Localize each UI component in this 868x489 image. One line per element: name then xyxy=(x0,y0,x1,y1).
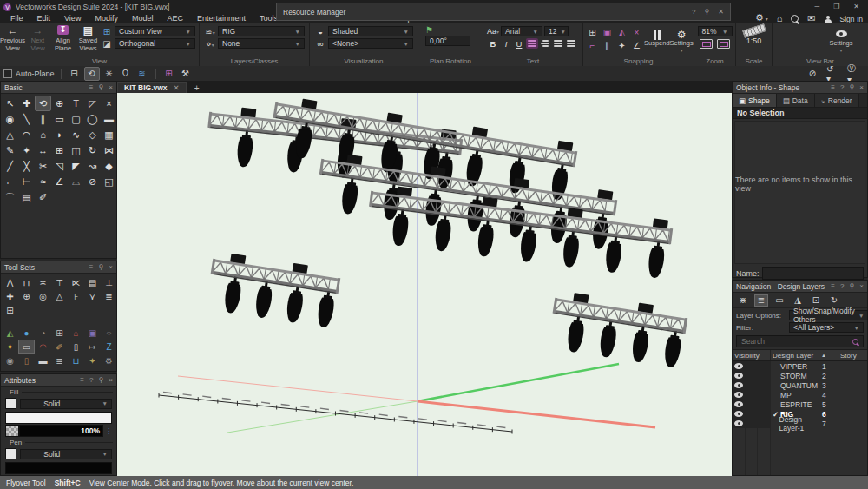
flyover-tool[interactable]: ⟲ xyxy=(35,96,51,111)
layer-options-select[interactable]: Show/Snap/Modify Others▼ xyxy=(789,310,868,320)
gear-icon[interactable]: ⚙ ▾ xyxy=(755,13,768,24)
palette-pin-icon[interactable]: ⚲ xyxy=(849,282,854,290)
freehand-tool[interactable]: ∿ xyxy=(68,127,84,142)
dimension-tool[interactable]: ⊢ xyxy=(18,174,35,189)
render-glasses-icon[interactable]: ∞ xyxy=(314,39,326,49)
lasso-tool[interactable]: ◠ xyxy=(18,127,35,142)
selection-tool[interactable]: ↖ xyxy=(2,96,18,111)
saved-views-button[interactable]: ▤Saved Views xyxy=(76,23,101,52)
grid-options-icon[interactable]: ⊞ xyxy=(162,68,176,80)
user-icon[interactable] xyxy=(825,16,832,23)
point-tool[interactable]: ⊕ xyxy=(18,289,35,303)
document-tab[interactable]: KIT BIG.vwx ✕ xyxy=(117,82,187,93)
palette-close-icon[interactable]: × xyxy=(859,83,864,91)
layer-visibility-cell[interactable] xyxy=(733,400,771,409)
object-snap-icon[interactable]: ▣ xyxy=(600,26,615,39)
mirror-tool[interactable]: ⋈ xyxy=(101,142,117,158)
layer-filter-select[interactable]: <All Layers>▼ xyxy=(789,322,864,333)
rounded-rectangle-tool[interactable]: ▢ xyxy=(68,111,84,127)
viewports-icon[interactable]: ⊡ xyxy=(809,294,823,307)
layer-row[interactable]: MP4 xyxy=(733,390,867,400)
visualization-toolset-icon[interactable]: ▣ xyxy=(84,326,101,340)
underline-button[interactable]: U xyxy=(513,38,525,49)
reshape-tool[interactable]: ◫ xyxy=(68,142,84,158)
layers-icon[interactable]: ≋▾ xyxy=(204,27,216,36)
layer-search-input[interactable] xyxy=(740,336,852,347)
bold-button[interactable]: B xyxy=(487,38,499,49)
line-tool[interactable]: ╲ xyxy=(18,111,35,127)
move-tool[interactable]: ↔ xyxy=(35,142,51,158)
render-mode-select[interactable]: Shaded▼ xyxy=(328,26,413,36)
flyover-mode-icon[interactable]: ⟲ xyxy=(84,67,100,81)
extrude-tool[interactable]: ◆ xyxy=(101,158,117,174)
fill-style-select[interactable]: Solid▼ xyxy=(20,399,112,409)
drawing-canvas[interactable] xyxy=(117,93,732,476)
menu-model[interactable]: Model xyxy=(125,14,161,23)
sheet-layers-icon[interactable]: ▭ xyxy=(773,294,786,307)
layer-row[interactable]: QUANTUM3 xyxy=(733,380,867,390)
previous-view-button[interactable]: ←Previous View xyxy=(0,23,25,52)
fastener-toolset-icon[interactable]: ✦ xyxy=(84,354,101,367)
plumbing-toolset-icon[interactable]: ⊔ xyxy=(68,354,84,367)
eye-icon[interactable] xyxy=(734,420,743,426)
pen-swatch[interactable] xyxy=(5,448,16,459)
hoist-tool[interactable]: ⊥ xyxy=(101,275,117,289)
menu-file[interactable]: File xyxy=(3,14,30,23)
palette-pin-icon[interactable]: ⚲ xyxy=(98,376,103,384)
model-view[interactable] xyxy=(117,93,732,476)
layer-visibility-cell[interactable] xyxy=(733,419,771,428)
bridle-tool[interactable]: ⋀ xyxy=(2,275,18,289)
truss-run-tool[interactable]: ▤ xyxy=(84,275,101,289)
zoom-level-select[interactable]: 81%▼ xyxy=(698,26,733,36)
layer-visibility-cell[interactable] xyxy=(733,361,771,371)
diameter-dimension-tool[interactable]: ⊘ xyxy=(84,174,101,189)
irrigation-toolset-icon[interactable]: ● xyxy=(18,326,35,340)
justify-button[interactable] xyxy=(565,38,577,49)
framing-toolset-icon[interactable]: ≣ xyxy=(51,354,68,367)
fit-page-icon[interactable] xyxy=(700,39,713,49)
layer-row[interactable]: STORM2 xyxy=(733,371,867,380)
rectangle-tool[interactable]: ▭ xyxy=(51,111,68,127)
duplicate-tool[interactable]: ⊞ xyxy=(51,142,68,158)
next-view-button[interactable]: →Next View xyxy=(25,23,50,52)
speaker-tool[interactable]: △ xyxy=(51,289,68,303)
text-tool[interactable]: T xyxy=(68,96,84,111)
opacity-options-icon[interactable]: ⋮ xyxy=(103,427,112,435)
palette-help-icon[interactable]: ? xyxy=(840,83,844,91)
extend-tool[interactable]: ↝ xyxy=(84,158,101,174)
current-view-select[interactable]: Custom View▼ xyxy=(115,26,195,36)
view-cube-icon[interactable]: ⊞ xyxy=(101,27,113,36)
mechanical-toolset-icon[interactable]: ⚙ xyxy=(101,354,117,367)
focus-point-tool[interactable]: ◎ xyxy=(35,289,51,303)
triangle-tool[interactable]: △ xyxy=(2,127,18,142)
camera-toolset-icon[interactable]: ◉ xyxy=(2,354,18,367)
bridle-point-tool[interactable]: ⋎ xyxy=(84,289,101,303)
minimize-button[interactable]: ─ xyxy=(814,3,819,10)
grid-snap-icon[interactable]: ⊞ xyxy=(585,26,600,39)
pen-tool[interactable]: ✎ xyxy=(2,142,18,158)
palette-help-icon[interactable]: ? xyxy=(89,376,93,384)
layer-table-header[interactable]: Visibility Design Layer ▲ Story xyxy=(733,349,867,361)
dims-notes-toolset-icon[interactable]: ▭ xyxy=(18,340,35,354)
active-class-select[interactable]: None▼ xyxy=(218,38,305,49)
oval-tool[interactable]: ◯ xyxy=(84,111,101,127)
zoom-tool[interactable]: ⊕ xyxy=(51,96,68,111)
palette-pin-icon[interactable]: ⚲ xyxy=(98,263,103,271)
palette-close-icon[interactable]: × xyxy=(859,282,864,290)
layer-search-box[interactable] xyxy=(736,335,864,347)
grid-tool[interactable]: ⊞ xyxy=(2,303,18,317)
screen-plane-icon[interactable]: ⊟ xyxy=(68,68,82,80)
palette-pin-icon[interactable]: ⚲ xyxy=(98,83,103,91)
layer-row[interactable]: ESPRITE5 xyxy=(733,400,867,409)
parallel-snap-icon[interactable]: ∥ xyxy=(600,39,615,52)
resource-manager-pin-button[interactable]: ⚲ xyxy=(704,8,709,16)
italic-button[interactable]: I xyxy=(500,38,512,49)
search-icon[interactable] xyxy=(791,15,799,23)
magnet-icon[interactable]: Ω xyxy=(119,68,133,80)
eye-icon[interactable] xyxy=(734,392,743,398)
layer-plane-icon[interactable]: ≋ xyxy=(135,68,149,80)
snap-loupe-icon[interactable]: ✳ xyxy=(102,68,116,80)
palette-menu-icon[interactable]: ≡ xyxy=(89,263,94,271)
layer-name-cell[interactable]: ESPRITE xyxy=(771,400,819,409)
layer-visibility-cell[interactable] xyxy=(733,409,771,419)
